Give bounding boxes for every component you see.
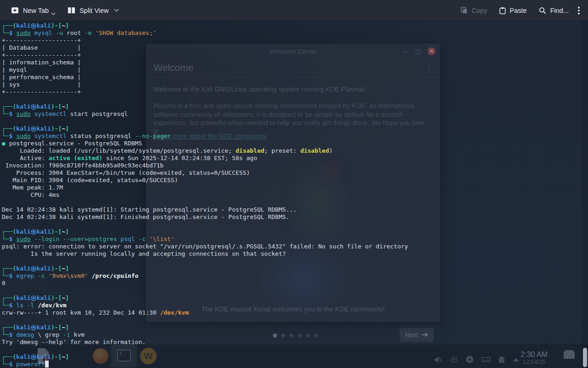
copy-icon: [461, 7, 468, 14]
terminal-line: psql: error: connection to server on soc…: [2, 243, 582, 250]
terminal-line: Dec 14 02:24:38 kali systemd[1]: Startin…: [2, 206, 582, 213]
terminal-line: crw-rw----+ 1 root kvm 10, 232 Dec 14 01…: [2, 309, 582, 316]
terminal-line: [2, 96, 582, 103]
copy-label: Copy: [472, 7, 487, 14]
terminal-line: [2, 346, 582, 353]
terminal-line: Is the server running locally and accept…: [2, 250, 582, 258]
terminal-line: ┌──(kali㉿kali)-[~]: [2, 324, 582, 331]
toolbar-left-group: New Tab Split View: [6, 4, 124, 17]
find-button[interactable]: Find...: [534, 4, 573, 17]
terminal-line: └─$ sudo mysql -u root -e 'SHOW database…: [2, 29, 582, 37]
terminal-line: └─$ ls -l /dev/kvm: [2, 302, 582, 309]
terminal-line: [2, 287, 582, 294]
terminal-line: Try 'dmesg --help' for more information.: [2, 339, 582, 346]
terminal-line: | information_schema |: [2, 59, 582, 66]
split-view-button[interactable]: Split View: [63, 4, 123, 17]
terminal-line: 0: [2, 280, 582, 287]
terminal-line: [2, 199, 582, 206]
new-tab-label: New Tab: [23, 7, 49, 14]
terminal-line: ● postgresql.service - PostgreSQL RDBMS: [2, 140, 582, 147]
terminal-line: Process: 3904 ExecStart=/bin/true (code=…: [2, 169, 582, 177]
terminal-window: New Tab Split View Copy: [0, 0, 588, 368]
paste-icon: [499, 7, 506, 14]
terminal-line: ┌──(kali㉿kali)-[~]: [2, 125, 582, 132]
terminal-line: Loaded: loaded (/usr/lib/systemd/system/…: [2, 147, 582, 155]
terminal-line: └─$ egrep -c '9vmx\svm0' /proc/cpuinfo: [2, 272, 582, 280]
terminal-line: Invocation: f969c8710ffe4bbb95a09c93ec4b…: [2, 162, 582, 169]
terminal-line: +--------------------+: [2, 37, 582, 44]
terminal-line: └─$ poweroff: [2, 361, 582, 368]
new-tab-icon: [11, 7, 19, 14]
terminal-line: ┌──(kali㉿kali)-[~]: [2, 265, 582, 272]
terminal-line: | sys |: [2, 81, 582, 88]
terminal-line: CPU: 4ms: [2, 191, 582, 199]
new-tab-button[interactable]: New Tab: [6, 4, 60, 17]
toolbar-right-group: Copy Paste Find...: [456, 4, 582, 17]
terminal-line: +--------------------+: [2, 52, 582, 59]
terminal-line: Mem peak: 1.7M: [2, 184, 582, 191]
kebab-menu-icon: [578, 6, 580, 15]
terminal-line: Active: active (exited) since Sun 2025-1…: [2, 155, 582, 162]
scrollbar-thumb[interactable]: [583, 348, 587, 367]
terminal-line: | Database |: [2, 44, 582, 52]
paste-button[interactable]: Paste: [495, 4, 531, 17]
terminal-toolbar: New Tab Split View Copy: [0, 0, 588, 21]
scrollbar-track[interactable]: [582, 21, 588, 368]
find-label: Find...: [550, 7, 569, 14]
search-icon: [539, 7, 546, 14]
terminal-line: └─$ dmesg \ grep -i kvm: [2, 331, 582, 339]
terminal-line: | mysql |: [2, 66, 582, 74]
paste-label: Paste: [510, 7, 527, 14]
chevron-down-icon: [51, 12, 56, 15]
terminal-line: [2, 316, 582, 324]
terminal-line: Dec 14 02:24:38 kali systemd[1]: Finishe…: [2, 213, 582, 221]
terminal-line: [2, 258, 582, 265]
terminal-line: └─$ sudo --login --user=postgres psql -c…: [2, 236, 582, 243]
terminal-line: └─$ sudo systemctl status postgresql --n…: [2, 132, 582, 140]
terminal-line: Main PID: 3904 (code=exited, status=0/SU…: [2, 177, 582, 184]
terminal-line: ┌──(kali㉿kali)-[~]: [2, 228, 582, 236]
chevron-down-icon: [114, 9, 119, 12]
terminal-line: +--------------------+: [2, 88, 582, 96]
terminal-line: [2, 221, 582, 228]
menu-kebab-button[interactable]: [576, 4, 582, 17]
terminal-line: [2, 118, 582, 125]
terminal-line: ┌──(kali㉿kali)-[~]: [2, 294, 582, 302]
terminal-line: └─$ sudo systemctl start postgresql: [2, 110, 582, 118]
copy-button[interactable]: Copy: [456, 4, 492, 17]
terminal-output[interactable]: ┌──(kali㉿kali)-[~]└─$ sudo mysql -u root…: [0, 21, 582, 368]
terminal-line: ┌──(kali㉿kali)-[~]: [2, 22, 582, 29]
terminal-line: ┌──(kali㉿kali)-[~]: [2, 353, 582, 361]
terminal-line: ┌──(kali㉿kali)-[~]: [2, 103, 582, 110]
split-view-icon: [68, 7, 75, 14]
split-view-label: Split View: [79, 7, 108, 14]
terminal-line: | performance_schema |: [2, 74, 582, 81]
